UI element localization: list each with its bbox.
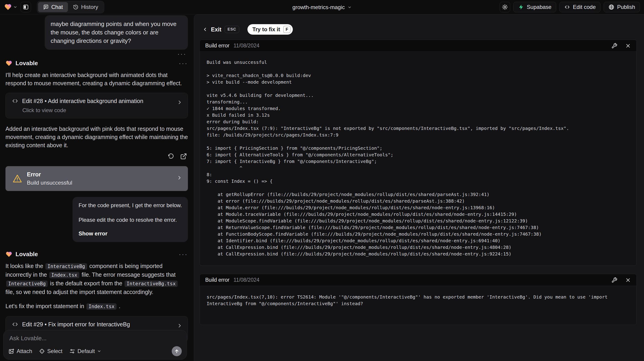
user-message-text: For the code present, I get the error be… (78, 201, 182, 209)
close-icon[interactable] (625, 277, 631, 283)
tab-history[interactable]: History (68, 2, 103, 12)
publish-label: Publish (617, 4, 635, 10)
build-error-title: Build error (205, 43, 230, 49)
code-brackets-icon (564, 4, 570, 10)
settings-button[interactable] (500, 2, 510, 12)
edit-code-label: Edit code (573, 4, 596, 10)
build-error-log: src/pages/Index.tsx(7,10): error TS2614:… (206, 294, 630, 307)
supabase-bolt-icon (518, 4, 524, 10)
build-error-panel-2: Build error 11/08/2024 src/pages/Index.t… (200, 274, 637, 325)
assistant-message: I'll help create an interactive backgrou… (6, 71, 188, 87)
edit-28-card[interactable]: Edit #28 • Add interactive background an… (6, 93, 188, 118)
edit-code-button[interactable]: Edit code (560, 2, 600, 12)
select-button[interactable]: Select (39, 348, 62, 355)
lovable-heart-icon (6, 251, 12, 258)
try-to-fix-button[interactable]: Try to fix it F (248, 24, 293, 35)
build-error-date: 11/08/2024 (234, 277, 259, 283)
tab-chat-label: Chat (51, 4, 63, 10)
assistant-header: Lovable ··· (6, 60, 188, 67)
chat-input-placeholder: Ask Lovable... (9, 335, 181, 342)
tab-history-label: History (81, 4, 98, 10)
chat-history-tabs: Chat History (37, 1, 104, 13)
assistant-more-button[interactable]: ··· (179, 252, 188, 256)
gear-icon (502, 4, 508, 10)
build-error-card[interactable]: Error Build unsuccessful (6, 166, 188, 191)
error-card-title: Error (27, 171, 72, 178)
assistant-header: Lovable ··· (6, 251, 188, 258)
top-bar: Chat History growth-metrics-magic (0, 0, 644, 14)
chevron-right-icon (176, 175, 182, 181)
build-error-log-container[interactable]: src/pages/Index.tsx(7,10): error TS2614:… (200, 286, 636, 325)
error-card-subtitle: Build unsuccessful (27, 180, 72, 186)
publish-button[interactable]: Publish (604, 2, 640, 12)
code-brackets-icon (12, 97, 18, 104)
assistant-message-rich: It looks like the InteractiveBg componen… (6, 262, 188, 296)
sliders-icon (69, 348, 75, 354)
project-name[interactable]: growth-metrics-magic (292, 4, 344, 10)
assistant-message: Added an interactive background with pin… (6, 125, 188, 149)
arrow-up-icon (174, 349, 180, 354)
build-error-date: 11/08/2024 (234, 43, 259, 49)
image-plus-icon (8, 348, 14, 354)
supabase-label: Supabase (527, 4, 552, 10)
code-brackets-icon (12, 321, 18, 328)
user-message: maybe diagramming points and when you mo… (45, 15, 188, 50)
preview-header: Exit ESC Try to fix it F (194, 14, 644, 40)
chevron-right-icon (177, 323, 183, 329)
try-to-fix-label: Try to fix it (252, 26, 280, 32)
project-chevron-down-icon (348, 5, 352, 9)
build-error-title: Build error (205, 277, 230, 283)
edit-28-title: Edit #28 • Add interactive background an… (22, 98, 143, 104)
crosshair-icon (39, 348, 45, 354)
tab-chat[interactable]: Chat (38, 2, 68, 12)
chat-input[interactable]: Ask Lovable... Attach (3, 330, 187, 360)
edit-29-title: Edit #29 • Fix import error for Interact… (22, 321, 130, 328)
show-error-link[interactable]: Show error (78, 230, 108, 238)
exit-button[interactable]: Exit ESC (202, 26, 239, 33)
globe-icon (608, 4, 614, 10)
build-error-panel-1-header: Build error 11/08/2024 (200, 40, 636, 52)
exit-label: Exit (211, 26, 222, 33)
chevron-down-icon (13, 5, 17, 9)
assistant-name: Lovable (16, 60, 38, 67)
supabase-button[interactable]: Supabase (513, 2, 556, 12)
send-button[interactable] (172, 346, 182, 356)
close-icon[interactable] (625, 43, 631, 49)
build-error-log: Build was unsuccessful > vite_react_shad… (206, 59, 630, 257)
select-label: Select (47, 348, 62, 355)
chevron-down-icon (97, 349, 101, 353)
user-message: For the code present, I get the error be… (72, 197, 188, 242)
preview-overlay: Exit ESC Try to fix it F Build error 11/… (194, 14, 644, 361)
assistant-name: Lovable (16, 251, 38, 258)
attach-label: Attach (17, 348, 32, 355)
attach-button[interactable]: Attach (8, 348, 32, 355)
esc-key-badge: ESC (224, 26, 239, 33)
chat-panel: maybe diagramming points and when you mo… (0, 14, 194, 361)
build-error-panel-1: Build error 11/08/2024 Build was unsucce… (200, 40, 637, 266)
warning-triangle-icon (12, 174, 22, 184)
chat-bubble-icon (43, 4, 48, 10)
wrench-icon[interactable] (612, 43, 617, 49)
user-message-text: Please edit the code to resolve the erro… (78, 216, 182, 224)
sidebar-toggle-button[interactable] (20, 2, 31, 12)
lovable-heart-icon (6, 60, 12, 67)
assistant-message-rich: Let's fix the import statement in Index.… (6, 302, 188, 311)
open-preview-icon[interactable] (180, 153, 187, 160)
f-key-badge: F (283, 26, 290, 33)
retry-icon[interactable] (168, 153, 174, 160)
user-message-text: maybe diagramming points and when you mo… (51, 20, 176, 44)
lovable-heart-icon (4, 3, 12, 11)
chevron-right-icon (177, 99, 183, 105)
panel-left-icon (23, 4, 29, 10)
mode-label: Default (78, 348, 95, 355)
lovable-logo-menu[interactable] (4, 3, 17, 11)
mode-dropdown[interactable]: Default (69, 348, 101, 355)
build-error-log-container[interactable]: Build was unsuccessful > vite_react_shad… (200, 52, 636, 266)
wrench-icon[interactable] (612, 277, 617, 283)
history-clock-icon (73, 4, 78, 10)
edit-28-subtitle: Click to view code (22, 107, 182, 113)
message-more-button[interactable]: ··· (178, 52, 186, 56)
build-error-panel-2-header: Build error 11/08/2024 (200, 274, 636, 286)
chevron-left-icon (202, 27, 208, 32)
assistant-more-button[interactable]: ··· (179, 61, 188, 65)
